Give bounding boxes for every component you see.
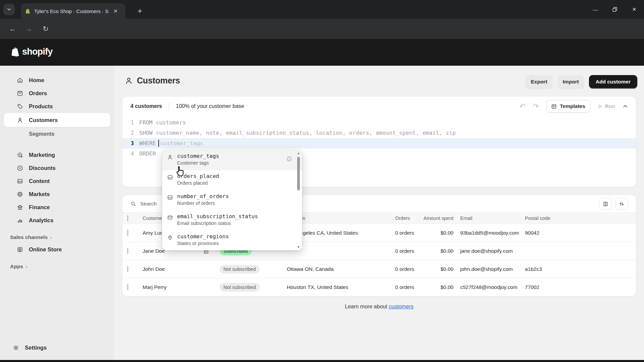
customers-page-icon [125,77,133,85]
forward-button[interactable]: → [23,23,34,34]
shopify-logo: shopify [10,46,52,57]
sidebar-item-settings[interactable]: Settings [4,341,110,355]
inbox-icon [167,194,173,201]
redo-icon[interactable]: ↷ [533,102,539,110]
back-button[interactable]: ← [7,23,18,34]
shopify-bag-icon [10,46,20,57]
sidebar-item-label: Segments [29,131,54,137]
table-row[interactable]: John Doe Not subscribed Ottawa ON, Canad… [122,260,636,278]
divider [169,102,169,110]
sidebar-item-segments[interactable]: Segments [4,127,110,141]
person-icon [167,154,173,161]
col-header-customer[interactable]: Customer [143,216,164,221]
restore-button[interactable] [605,0,625,19]
sidebar-item-home[interactable]: Home [4,74,110,87]
dropdown-scrollbar[interactable]: ▲ ▼ [297,152,301,249]
shopify-topbar: shopify CTRL K 1 TES Tyler's Eco Shop [0,39,644,66]
customer-location: Houston TX, United States [287,284,348,290]
envelope-icon [167,215,173,221]
row-checkbox[interactable] [127,248,128,254]
customer-amount-spent: $0.00 [408,248,453,254]
customer-name[interactable]: Amy Luo [143,230,163,236]
query-line-3-active[interactable]: 3WHEREcustomer_tags [122,138,636,148]
customer-amount-spent: $0.00 [408,266,453,272]
dropdown-item-description: States or provinces [177,241,288,246]
scroll-up-icon[interactable]: ▲ [297,152,301,155]
col-header-email[interactable]: Email [460,216,472,221]
info-icon[interactable] [286,156,292,162]
customer-email: jane.doe@shopify.com [460,248,513,254]
sidebar-item-label: Marketing [29,152,55,158]
sidebar-item-discounts[interactable]: Discounts [4,162,110,175]
customer-name[interactable]: John Doe [143,266,165,272]
row-checkbox[interactable] [127,266,128,272]
dropdown-item-number-of-orders[interactable]: number_of_orders Number of orders [162,190,302,210]
table-row[interactable]: Marj Perry Not subscribed Houston TX, Un… [122,278,636,296]
customers-icon [17,117,23,123]
apps-header[interactable]: Apps › [0,261,114,272]
customer-name[interactable]: Marj Perry [143,284,166,290]
reload-button[interactable]: ↻ [40,23,51,34]
browser-tab[interactable]: Tyler's Eco Shop · Customers · S ✕ [21,3,125,19]
sidebar-item-customers[interactable]: Customers [4,113,110,127]
columns-icon [603,201,608,207]
customer-name[interactable]: Jane Doe [143,248,165,254]
row-checkbox[interactable] [127,230,128,236]
minimize-button[interactable]: — [586,0,605,19]
add-customer-button[interactable]: Add customer [589,75,637,88]
export-button[interactable]: Export [525,75,552,88]
import-button[interactable]: Import [557,75,584,88]
sidebar-item-marketing[interactable]: Marketing [4,148,110,162]
sidebar-item-online-store[interactable]: Online Store [4,243,110,256]
dropdown-item-name: orders_placed [177,173,288,179]
shopify-favicon [25,8,31,14]
sidebar-item-label: Markets [29,191,50,197]
tab-title: Tyler's Eco Shop · Customers · S [34,8,111,14]
dropdown-item-email-subscription-status[interactable]: email_subscription_status Email subscrip… [162,210,302,231]
dropdown-item-name: customer_tags [177,153,288,159]
edit-columns-button[interactable] [599,198,612,210]
scrollbar-thumb[interactable] [297,157,300,190]
tab-close-icon[interactable]: ✕ [113,8,118,14]
text-caret [158,140,159,147]
sidebar-item-markets[interactable]: Markets [4,188,110,201]
browser-tabstrip: Tyler's Eco Shop · Customers · S ✕ + — ✕ [0,0,644,19]
query-line-2[interactable]: 2SHOW customer_name, note, email_subscri… [122,128,636,138]
home-icon [17,77,23,83]
ghost-suggestion: customer_tags [160,140,203,146]
run-label: Run [605,103,615,109]
customer-email: john.doe@shopify.com [460,266,513,272]
query-line-1[interactable]: 1FROM customers [122,117,636,128]
scroll-down-icon[interactable]: ▼ [297,245,301,249]
sidebar-item-orders[interactable]: Orders [4,87,110,100]
customers-learn-more-link[interactable]: customers [389,304,414,309]
sort-button[interactable] [615,198,628,210]
chevron-right-icon: › [50,235,52,240]
dropdown-item-customer-regions[interactable]: customer_regions States or provinces [162,231,302,251]
sidebar-item-products[interactable]: Products [4,100,110,113]
learn-more-text: Learn more about [345,304,387,309]
dropdown-item-name: customer_regions [177,233,288,240]
col-header-postal-code[interactable]: Postal code [525,216,550,221]
sidebar-item-label: Finance [29,204,50,210]
finance-icon [17,204,23,210]
sidebar-item-finance[interactable]: Finance [4,201,110,214]
tab-search-chevron-icon[interactable] [3,4,15,15]
run-button[interactable]: Run [598,103,615,109]
new-tab-button[interactable]: + [134,5,146,17]
analytics-icon [17,217,23,224]
collapse-chevron-icon[interactable] [623,104,628,109]
subscription-badge: Not subscribed [220,283,260,292]
col-header-amount-spent[interactable]: Amount spent [408,216,453,221]
page-title: Customers [137,76,180,85]
select-all-checkbox[interactable] [127,215,128,221]
templates-button[interactable]: Templates [546,100,590,113]
close-window-button[interactable]: ✕ [625,0,644,19]
undo-icon[interactable]: ↶ [520,102,526,110]
row-checkbox[interactable] [127,284,128,290]
sales-channels-header[interactable]: Sales channels › [0,232,114,243]
sidebar-item-content[interactable]: Content [4,175,110,188]
sidebar-item-analytics[interactable]: Analytics [4,214,110,227]
customer-amount-spent: $0.00 [408,284,453,290]
play-icon [598,104,603,109]
